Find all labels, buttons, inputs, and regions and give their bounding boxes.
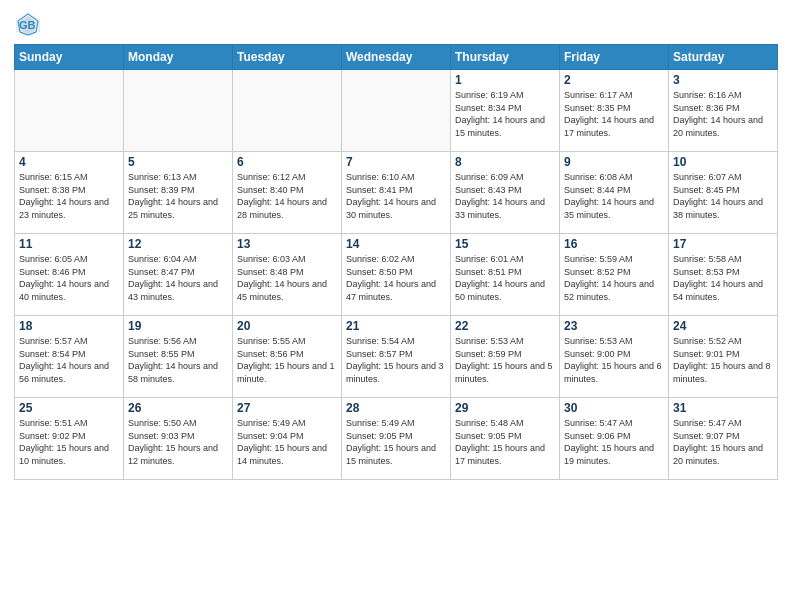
calendar-cell: 7Sunrise: 6:10 AM Sunset: 8:41 PM Daylig… <box>342 152 451 234</box>
calendar-cell: 2Sunrise: 6:17 AM Sunset: 8:35 PM Daylig… <box>560 70 669 152</box>
calendar-cell: 22Sunrise: 5:53 AM Sunset: 8:59 PM Dayli… <box>451 316 560 398</box>
day-number: 12 <box>128 237 228 251</box>
day-info: Sunrise: 6:10 AM Sunset: 8:41 PM Dayligh… <box>346 171 446 221</box>
day-info: Sunrise: 5:53 AM Sunset: 8:59 PM Dayligh… <box>455 335 555 385</box>
day-info: Sunrise: 5:58 AM Sunset: 8:53 PM Dayligh… <box>673 253 773 303</box>
day-info: Sunrise: 6:15 AM Sunset: 8:38 PM Dayligh… <box>19 171 119 221</box>
weekday-header: Monday <box>124 45 233 70</box>
calendar-cell: 29Sunrise: 5:48 AM Sunset: 9:05 PM Dayli… <box>451 398 560 480</box>
calendar-cell <box>124 70 233 152</box>
day-info: Sunrise: 6:16 AM Sunset: 8:36 PM Dayligh… <box>673 89 773 139</box>
weekday-header: Sunday <box>15 45 124 70</box>
calendar-cell: 6Sunrise: 6:12 AM Sunset: 8:40 PM Daylig… <box>233 152 342 234</box>
day-info: Sunrise: 5:49 AM Sunset: 9:05 PM Dayligh… <box>346 417 446 467</box>
day-number: 11 <box>19 237 119 251</box>
calendar-cell <box>342 70 451 152</box>
day-number: 24 <box>673 319 773 333</box>
weekday-header: Friday <box>560 45 669 70</box>
calendar-cell: 26Sunrise: 5:50 AM Sunset: 9:03 PM Dayli… <box>124 398 233 480</box>
calendar-cell <box>233 70 342 152</box>
day-info: Sunrise: 5:50 AM Sunset: 9:03 PM Dayligh… <box>128 417 228 467</box>
calendar-cell: 19Sunrise: 5:56 AM Sunset: 8:55 PM Dayli… <box>124 316 233 398</box>
day-info: Sunrise: 5:53 AM Sunset: 9:00 PM Dayligh… <box>564 335 664 385</box>
day-number: 29 <box>455 401 555 415</box>
day-info: Sunrise: 6:04 AM Sunset: 8:47 PM Dayligh… <box>128 253 228 303</box>
week-row: 18Sunrise: 5:57 AM Sunset: 8:54 PM Dayli… <box>15 316 778 398</box>
day-number: 13 <box>237 237 337 251</box>
day-number: 17 <box>673 237 773 251</box>
calendar-cell <box>15 70 124 152</box>
day-info: Sunrise: 6:09 AM Sunset: 8:43 PM Dayligh… <box>455 171 555 221</box>
calendar-cell: 5Sunrise: 6:13 AM Sunset: 8:39 PM Daylig… <box>124 152 233 234</box>
calendar-cell: 11Sunrise: 6:05 AM Sunset: 8:46 PM Dayli… <box>15 234 124 316</box>
week-row: 1Sunrise: 6:19 AM Sunset: 8:34 PM Daylig… <box>15 70 778 152</box>
calendar-cell: 10Sunrise: 6:07 AM Sunset: 8:45 PM Dayli… <box>669 152 778 234</box>
calendar-cell: 17Sunrise: 5:58 AM Sunset: 8:53 PM Dayli… <box>669 234 778 316</box>
calendar-cell: 3Sunrise: 6:16 AM Sunset: 8:36 PM Daylig… <box>669 70 778 152</box>
day-number: 31 <box>673 401 773 415</box>
calendar-cell: 28Sunrise: 5:49 AM Sunset: 9:05 PM Dayli… <box>342 398 451 480</box>
logo-icon: GB <box>14 10 42 38</box>
calendar-cell: 24Sunrise: 5:52 AM Sunset: 9:01 PM Dayli… <box>669 316 778 398</box>
weekday-header: Wednesday <box>342 45 451 70</box>
day-info: Sunrise: 5:47 AM Sunset: 9:06 PM Dayligh… <box>564 417 664 467</box>
day-number: 30 <box>564 401 664 415</box>
calendar-cell: 25Sunrise: 5:51 AM Sunset: 9:02 PM Dayli… <box>15 398 124 480</box>
calendar-cell: 21Sunrise: 5:54 AM Sunset: 8:57 PM Dayli… <box>342 316 451 398</box>
day-number: 2 <box>564 73 664 87</box>
day-number: 21 <box>346 319 446 333</box>
svg-text:GB: GB <box>19 19 36 31</box>
weekday-header: Thursday <box>451 45 560 70</box>
day-info: Sunrise: 5:48 AM Sunset: 9:05 PM Dayligh… <box>455 417 555 467</box>
day-info: Sunrise: 6:02 AM Sunset: 8:50 PM Dayligh… <box>346 253 446 303</box>
day-number: 3 <box>673 73 773 87</box>
calendar-cell: 14Sunrise: 6:02 AM Sunset: 8:50 PM Dayli… <box>342 234 451 316</box>
day-number: 19 <box>128 319 228 333</box>
calendar-cell: 9Sunrise: 6:08 AM Sunset: 8:44 PM Daylig… <box>560 152 669 234</box>
weekday-header: Tuesday <box>233 45 342 70</box>
day-number: 1 <box>455 73 555 87</box>
day-info: Sunrise: 6:03 AM Sunset: 8:48 PM Dayligh… <box>237 253 337 303</box>
calendar-cell: 8Sunrise: 6:09 AM Sunset: 8:43 PM Daylig… <box>451 152 560 234</box>
day-info: Sunrise: 6:17 AM Sunset: 8:35 PM Dayligh… <box>564 89 664 139</box>
calendar-cell: 27Sunrise: 5:49 AM Sunset: 9:04 PM Dayli… <box>233 398 342 480</box>
day-info: Sunrise: 5:52 AM Sunset: 9:01 PM Dayligh… <box>673 335 773 385</box>
weekday-header-row: SundayMondayTuesdayWednesdayThursdayFrid… <box>15 45 778 70</box>
day-info: Sunrise: 5:51 AM Sunset: 9:02 PM Dayligh… <box>19 417 119 467</box>
day-number: 16 <box>564 237 664 251</box>
day-number: 15 <box>455 237 555 251</box>
calendar-cell: 18Sunrise: 5:57 AM Sunset: 8:54 PM Dayli… <box>15 316 124 398</box>
calendar-cell: 12Sunrise: 6:04 AM Sunset: 8:47 PM Dayli… <box>124 234 233 316</box>
calendar-cell: 31Sunrise: 5:47 AM Sunset: 9:07 PM Dayli… <box>669 398 778 480</box>
calendar-cell: 1Sunrise: 6:19 AM Sunset: 8:34 PM Daylig… <box>451 70 560 152</box>
day-info: Sunrise: 6:12 AM Sunset: 8:40 PM Dayligh… <box>237 171 337 221</box>
calendar-cell: 20Sunrise: 5:55 AM Sunset: 8:56 PM Dayli… <box>233 316 342 398</box>
day-info: Sunrise: 6:07 AM Sunset: 8:45 PM Dayligh… <box>673 171 773 221</box>
calendar-cell: 30Sunrise: 5:47 AM Sunset: 9:06 PM Dayli… <box>560 398 669 480</box>
day-number: 14 <box>346 237 446 251</box>
day-info: Sunrise: 6:05 AM Sunset: 8:46 PM Dayligh… <box>19 253 119 303</box>
day-info: Sunrise: 6:08 AM Sunset: 8:44 PM Dayligh… <box>564 171 664 221</box>
day-number: 28 <box>346 401 446 415</box>
day-info: Sunrise: 5:59 AM Sunset: 8:52 PM Dayligh… <box>564 253 664 303</box>
day-info: Sunrise: 6:13 AM Sunset: 8:39 PM Dayligh… <box>128 171 228 221</box>
day-number: 25 <box>19 401 119 415</box>
calendar-cell: 23Sunrise: 5:53 AM Sunset: 9:00 PM Dayli… <box>560 316 669 398</box>
day-number: 10 <box>673 155 773 169</box>
day-number: 9 <box>564 155 664 169</box>
day-number: 18 <box>19 319 119 333</box>
calendar-cell: 15Sunrise: 6:01 AM Sunset: 8:51 PM Dayli… <box>451 234 560 316</box>
day-number: 23 <box>564 319 664 333</box>
day-info: Sunrise: 5:55 AM Sunset: 8:56 PM Dayligh… <box>237 335 337 385</box>
day-number: 6 <box>237 155 337 169</box>
week-row: 11Sunrise: 6:05 AM Sunset: 8:46 PM Dayli… <box>15 234 778 316</box>
day-number: 20 <box>237 319 337 333</box>
day-info: Sunrise: 6:19 AM Sunset: 8:34 PM Dayligh… <box>455 89 555 139</box>
header: GB <box>14 10 778 38</box>
day-info: Sunrise: 6:01 AM Sunset: 8:51 PM Dayligh… <box>455 253 555 303</box>
day-number: 5 <box>128 155 228 169</box>
day-number: 8 <box>455 155 555 169</box>
calendar-table: SundayMondayTuesdayWednesdayThursdayFrid… <box>14 44 778 480</box>
day-info: Sunrise: 5:49 AM Sunset: 9:04 PM Dayligh… <box>237 417 337 467</box>
calendar-cell: 13Sunrise: 6:03 AM Sunset: 8:48 PM Dayli… <box>233 234 342 316</box>
